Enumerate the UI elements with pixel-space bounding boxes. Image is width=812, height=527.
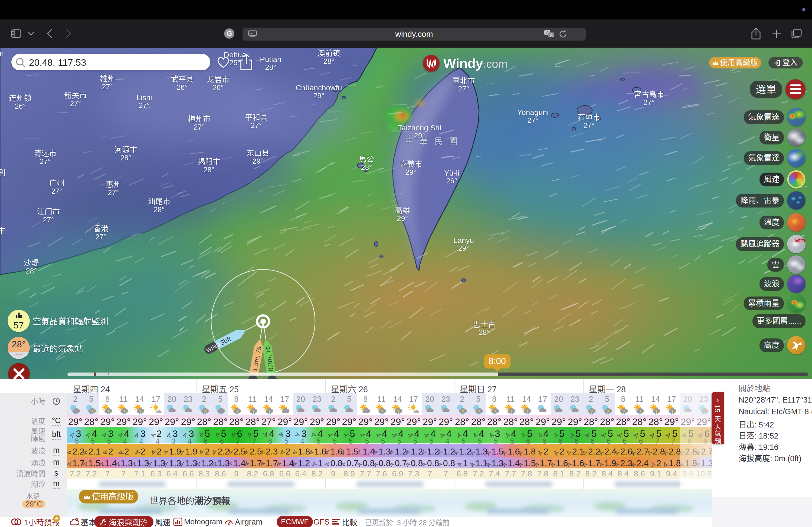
svg-text:文: 文	[549, 33, 553, 37]
svg-text:A: A	[546, 31, 549, 35]
